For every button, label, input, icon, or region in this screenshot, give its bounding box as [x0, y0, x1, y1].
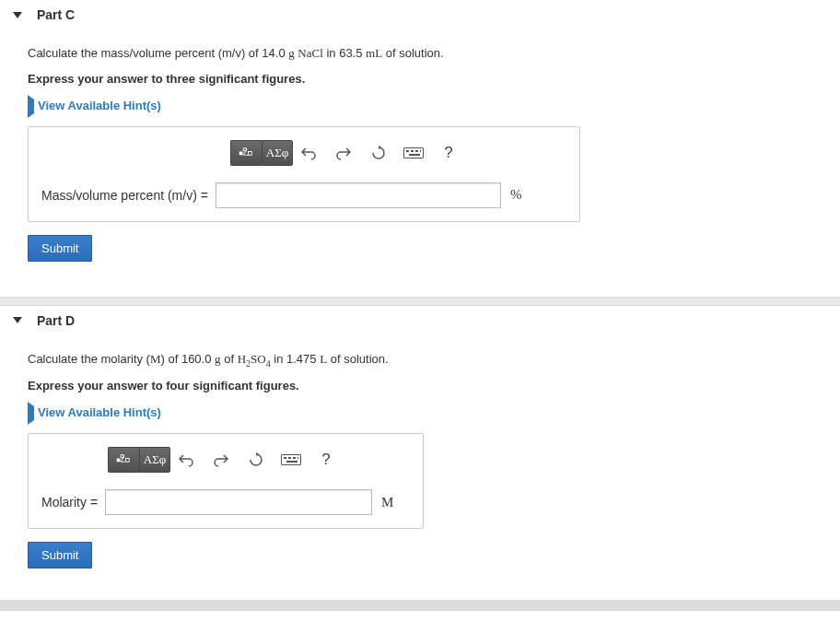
undo-button[interactable] [293, 140, 324, 166]
footer-bar [0, 600, 840, 611]
answer-unit: M [381, 495, 393, 510]
part-c: Part C Calculate the mass/volume percent… [0, 0, 840, 280]
part-d-instruction: Express your answer to four significant … [28, 379, 812, 393]
answer-box: ΑΣφ ? Mass/volume percent (m/v) = % [28, 126, 580, 222]
greek-button[interactable]: ΑΣφ [139, 447, 170, 473]
answer-row: Molarity = M [41, 489, 410, 515]
svg-rect-5 [125, 459, 129, 463]
submit-button[interactable]: Submit [28, 235, 92, 262]
view-hints-link[interactable]: View Available Hint(s) [28, 405, 812, 420]
keyboard-button[interactable] [275, 447, 307, 473]
part-d-header[interactable]: Part D [0, 306, 840, 335]
redo-icon [214, 452, 228, 467]
equation-toolbar: ΑΣφ ? [230, 140, 566, 166]
part-d-prompt: Calculate the molarity (M) of 160.0 g of… [28, 350, 812, 370]
undo-icon [301, 146, 316, 160]
templates-icon [239, 146, 255, 159]
chevron-right-icon [28, 95, 34, 118]
answer-input[interactable] [216, 182, 501, 208]
view-hints-link[interactable]: View Available Hint(s) [28, 99, 812, 113]
part-d: Part D Calculate the molarity (M) of 160… [0, 306, 840, 588]
answer-label: Molarity = [41, 495, 98, 510]
equation-toolbar: ΑΣφ ? [108, 447, 410, 473]
chevron-down-icon [13, 12, 22, 18]
part-c-instruction: Express your answer to three significant… [28, 72, 812, 86]
answer-input[interactable] [105, 489, 372, 515]
redo-icon [336, 146, 351, 160]
keyboard-icon [403, 147, 424, 158]
redo-button[interactable] [205, 447, 237, 473]
undo-button[interactable] [170, 447, 202, 473]
reset-button[interactable] [240, 447, 272, 473]
part-c-title: Part C [37, 7, 75, 22]
reset-icon [371, 146, 386, 160]
keyboard-button[interactable] [398, 140, 429, 166]
submit-button[interactable]: Submit [28, 542, 92, 568]
chevron-down-icon [13, 317, 22, 323]
answer-unit: % [510, 187, 522, 203]
svg-rect-2 [248, 151, 251, 155]
templates-button[interactable] [230, 140, 262, 166]
part-c-body: Calculate the mass/volume percent (m/v) … [0, 29, 840, 262]
keyboard-icon [281, 454, 301, 465]
answer-box: ΑΣφ ? Molarity = M [28, 433, 424, 529]
redo-button[interactable] [328, 140, 359, 166]
part-c-header[interactable]: Part C [0, 0, 840, 29]
answer-label: Mass/volume percent (m/v) = [41, 188, 208, 203]
chevron-right-icon [28, 402, 34, 425]
reset-button[interactable] [363, 140, 394, 166]
reset-icon [249, 452, 263, 467]
part-d-body: Calculate the molarity (M) of 160.0 g of… [0, 335, 840, 569]
help-button[interactable]: ? [433, 140, 464, 166]
part-d-title: Part D [37, 313, 75, 328]
templates-button[interactable] [108, 447, 139, 473]
svg-rect-3 [116, 459, 120, 463]
part-c-prompt: Calculate the mass/volume percent (m/v) … [28, 44, 812, 63]
templates-icon [116, 453, 133, 466]
answer-row: Mass/volume percent (m/v) = % [41, 182, 566, 208]
undo-icon [179, 452, 193, 467]
help-button[interactable]: ? [310, 447, 342, 473]
part-divider [0, 297, 840, 306]
svg-rect-0 [239, 151, 242, 155]
greek-button[interactable]: ΑΣφ [262, 140, 293, 166]
